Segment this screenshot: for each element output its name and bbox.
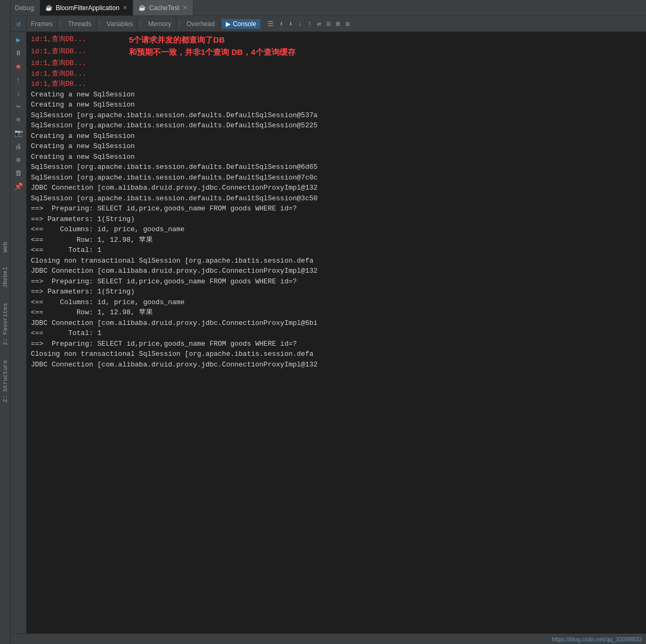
forward-icon[interactable]: ↪ [13, 101, 24, 112]
tab-bloom-label: BloomFilterApplication [56, 4, 119, 12]
arrow-up-icon[interactable]: ↑ [13, 74, 24, 86]
console-line-8: SqlSession [org.apache.ibatis.session.de… [31, 110, 642, 121]
annotated-block: id:1,查询DB... 5个请求并发的都查询了DB id:1,查询DB... … [31, 34, 642, 89]
console-line-row-2: id:1,查询DB... 和预期不一致，并非1个查询 DB，4个查询缓存 [31, 46, 642, 59]
gear-icon[interactable]: ⚙ [13, 154, 24, 166]
console-line-18: ==> Parameters: 1(String) [31, 214, 642, 225]
console-line-row-1: id:1,查询DB... 5个请求并发的都查询了DB [31, 34, 642, 46]
camera-icon[interactable]: 📷 [13, 127, 24, 139]
console-line-23: JDBC Connection [com.alibaba.druid.proxy… [31, 266, 642, 276]
sidebar-jrebel[interactable]: JRebel [1, 265, 10, 290]
java-file-icon: ☕ [45, 4, 53, 11]
console-line-24: ==> Preparing: SELECT id,price,goods_nam… [31, 276, 642, 287]
download-icon[interactable]: ⬇ [287, 19, 295, 29]
up-arrow-icon[interactable]: ↑ [306, 19, 314, 29]
console-line-22: Closing non transactional SqlSession [or… [31, 256, 642, 266]
menu-icon[interactable]: ☰ [266, 19, 275, 29]
separator3: | [137, 20, 144, 28]
tab-cache-label: CacheTest [149, 4, 179, 12]
tab-bar: Debug: ☕ BloomFilterApplication ✕ ☕ Cach… [11, 0, 646, 16]
stop-icon[interactable]: ■ [13, 61, 24, 72]
console-line-27: <== Row: 1, 12.98, 苹果 [31, 307, 642, 318]
tab-cache-close[interactable]: ✕ [183, 4, 187, 11]
console-area: ▶ ⏸ ■ ↑ ↓ ↪ ≡ 📷 🖨 ⚙ 🗑 📌 id:1,查询DB [11, 32, 646, 633]
status-bar: https://blog.csdn.net/qq_32099833 [11, 633, 646, 644]
nav-memory[interactable]: Memory [144, 16, 176, 31]
status-url: https://blog.csdn.net/qq_32099833 [552, 636, 642, 642]
debug-toolbar: ↺ Frames | Threads | Variables | Memory … [11, 16, 646, 32]
console-icon: ▶ [226, 20, 231, 28]
console-line-7: Creating a new SqlSession [31, 100, 642, 110]
pause-icon[interactable]: ⏸ [13, 47, 24, 59]
console-line-9: SqlSession [org.apache.ibatis.session.de… [31, 120, 642, 131]
tab-bloom-close[interactable]: ✕ [122, 4, 127, 11]
nav-overhead[interactable]: Overhead [182, 16, 219, 31]
pin-icon[interactable]: 📌 [13, 181, 24, 192]
debug-label: Debug: [11, 4, 40, 12]
console-tab-button[interactable]: ▶ Console [222, 19, 260, 29]
tab-cache-test[interactable]: ☕ CacheTest ✕ [133, 0, 193, 15]
sidebar-structure[interactable]: Z: Structure [1, 358, 10, 404]
annotation-line1: 5个请求并发的都查询了DB [129, 34, 225, 46]
console-line-12: Creating a new SqlSession [31, 152, 642, 162]
nav-threads[interactable]: Threads [63, 16, 96, 31]
console-line-17: ==> Preparing: SELECT id,price,goods_nam… [31, 203, 642, 214]
upload-icon[interactable]: ⬆ [277, 19, 285, 29]
console-line-10: Creating a new SqlSession [31, 131, 642, 142]
download2-icon[interactable]: ↓ [297, 19, 304, 29]
refresh-icon[interactable]: ↺ [16, 19, 20, 28]
console-side-panel: ▶ ⏸ ■ ↑ ↓ ↪ ≡ 📷 🖨 ⚙ 🗑 📌 [11, 32, 27, 633]
console-line-5: id:1,查询DB... [31, 79, 642, 89]
console-line-31: Closing non transactional SqlSession [or… [31, 349, 642, 360]
separator4: | [176, 20, 183, 28]
console-output: id:1,查询DB... 5个请求并发的都查询了DB id:1,查询DB... … [27, 32, 646, 633]
console-line-14: SqlSession [org.apache.ibatis.session.de… [31, 173, 642, 183]
console-line-25: ==> Parameters: 1(String) [31, 287, 642, 297]
toolbar-icons: ☰ ⬆ ⬇ ↓ ↑ ⇄ ⊡ ⊞ ⚙ [263, 19, 355, 29]
main-ide-area: Debug: ☕ BloomFilterApplication ✕ ☕ Cach… [11, 0, 646, 644]
far-left-side-tabs: Web JRebel 2: Favorites Z: Structure [0, 0, 11, 644]
console-line-32: JDBC Connection [com.alibaba.druid.proxy… [31, 360, 642, 370]
java-file-icon2: ☕ [138, 4, 146, 11]
filter-icon[interactable]: ⊡ [325, 19, 332, 29]
console-line-1: id:1,查询DB... [31, 34, 86, 45]
run-icon[interactable]: ▶ [13, 34, 24, 46]
console-line-2: id:1,查询DB... [31, 46, 86, 57]
annotation-line2: 和预期不一致，并非1个查询 DB，4个查询缓存 [129, 46, 296, 59]
separator1: | [58, 20, 64, 28]
console-line-20: <== Row: 1, 12.98, 苹果 [31, 235, 642, 246]
nav-variables[interactable]: Variables [102, 16, 137, 31]
sidebar-favorites[interactable]: 2: Favorites [1, 301, 10, 347]
console-line-19: <== Columns: id, price, goods_name [31, 224, 642, 235]
console-line-13: SqlSession [org.apache.ibatis.session.de… [31, 162, 642, 173]
tab-bloom-filter[interactable]: ☕ BloomFilterApplication ✕ [40, 0, 133, 15]
console-line-3: id:1,查询DB... [31, 58, 642, 69]
print-icon[interactable]: 🖨 [13, 141, 24, 152]
console-line-15: JDBC Connection [com.alibaba.druid.proxy… [31, 183, 642, 193]
console-line-30: ==> Preparing: SELECT id,price,goods_nam… [31, 339, 642, 349]
console-line-26: <== Columns: id, price, goods_name [31, 297, 642, 308]
console-line-4: id:1,查询DB... [31, 69, 642, 79]
separator2: | [96, 20, 103, 28]
cycle-icon[interactable]: ⇄ [315, 19, 323, 29]
console-line-6: Creating a new SqlSession [31, 89, 642, 100]
lines-icon[interactable]: ≡ [13, 114, 24, 126]
console-line-28: JDBC Connection [com.alibaba.druid.proxy… [31, 318, 642, 329]
settings-icon[interactable]: ⚙ [344, 19, 351, 29]
trash-icon[interactable]: 🗑 [13, 167, 24, 179]
arrow-down-icon[interactable]: ↓ [13, 87, 24, 99]
grid-icon[interactable]: ⊞ [334, 19, 342, 29]
sidebar-web[interactable]: Web [1, 240, 10, 255]
console-line-11: Creating a new SqlSession [31, 141, 642, 152]
console-label: Console [233, 20, 256, 28]
console-line-21: <== Total: 1 [31, 245, 642, 256]
nav-frames[interactable]: Frames [27, 16, 58, 31]
console-line-16: SqlSession [org.apache.ibatis.session.de… [31, 193, 642, 204]
console-line-29: <== Total: 1 [31, 328, 642, 339]
